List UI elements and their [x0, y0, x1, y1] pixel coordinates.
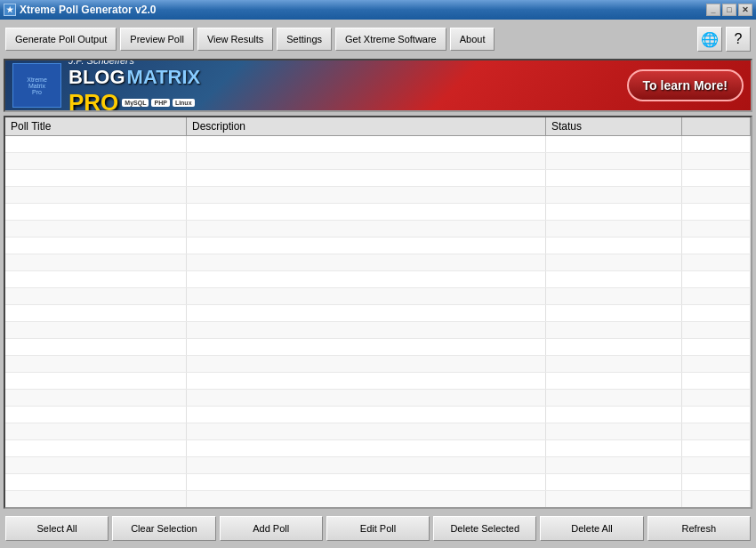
- cell-extra: [682, 221, 751, 237]
- cell-description: [187, 440, 546, 456]
- clear-selection-button[interactable]: Clear Selection: [112, 516, 215, 541]
- cell-extra: [682, 423, 751, 439]
- cell-status: [546, 373, 682, 389]
- table-row[interactable]: [5, 373, 751, 390]
- cell-extra: [682, 322, 751, 338]
- delete-all-button[interactable]: Delete All: [540, 516, 643, 541]
- banner-book-image: Xtreme Matrix Pro: [12, 63, 61, 108]
- cell-extra: [682, 204, 751, 220]
- cell-poll-title: [5, 305, 187, 321]
- about-button[interactable]: About: [450, 28, 495, 51]
- banner-text-area: J.P. Schoeffel's BLOG MATRIX PRO MySQL P…: [68, 59, 620, 112]
- table-row[interactable]: [5, 407, 751, 423]
- select-all-button[interactable]: Select All: [5, 516, 109, 541]
- get-xtreme-software-button[interactable]: Get Xtreme Software: [335, 28, 446, 51]
- table-row[interactable]: [5, 457, 751, 474]
- cell-poll-title: [5, 407, 187, 423]
- table-row[interactable]: [5, 339, 751, 356]
- cell-extra: [682, 153, 751, 169]
- cell-status: [546, 153, 682, 169]
- cell-poll-title: [5, 136, 187, 152]
- table-header: Poll Title Description Status: [5, 117, 751, 136]
- edit-poll-button[interactable]: Edit Poll: [326, 516, 430, 541]
- minimize-button[interactable]: _: [706, 4, 720, 16]
- col-header-description: Description: [187, 117, 546, 135]
- preview-poll-button[interactable]: Preview Poll: [120, 28, 194, 51]
- cell-description: [187, 457, 546, 473]
- table-row[interactable]: [5, 305, 751, 322]
- table-row[interactable]: [5, 491, 751, 507]
- banner[interactable]: Xtreme Matrix Pro J.P. Schoeffel's BLOG …: [4, 59, 752, 112]
- table-row[interactable]: [5, 423, 751, 440]
- globe-button[interactable]: 🌐: [697, 27, 722, 52]
- cell-extra: [682, 136, 751, 152]
- cell-poll-title: [5, 373, 187, 389]
- linux-logo: Linux: [173, 99, 195, 107]
- cell-status: [546, 474, 682, 490]
- table-row[interactable]: [5, 440, 751, 457]
- table-row[interactable]: [5, 153, 751, 170]
- cell-poll-title: [5, 491, 187, 507]
- cell-extra: [682, 356, 751, 372]
- table-row[interactable]: [5, 322, 751, 339]
- cell-extra: [682, 305, 751, 321]
- table-row[interactable]: [5, 356, 751, 373]
- cell-poll-title: [5, 390, 187, 406]
- table-row[interactable]: [5, 238, 751, 254]
- delete-selected-button[interactable]: Delete Selected: [433, 516, 536, 541]
- cell-description: [187, 271, 546, 287]
- cell-description: [187, 356, 546, 372]
- cell-status: [546, 440, 682, 456]
- refresh-button[interactable]: Refresh: [647, 516, 751, 541]
- table-row[interactable]: [5, 136, 751, 153]
- cell-extra: [682, 254, 751, 270]
- maximize-button[interactable]: □: [722, 4, 736, 16]
- generate-poll-output-button[interactable]: Generate Poll Output: [5, 28, 117, 51]
- globe-icon: 🌐: [701, 31, 719, 48]
- main-container: Generate Poll Output Preview Poll View R…: [0, 20, 756, 548]
- banner-logos: MySQL PHP Linux: [122, 99, 194, 107]
- cell-poll-title: [5, 356, 187, 372]
- table-row[interactable]: [5, 187, 751, 204]
- table-row[interactable]: [5, 474, 751, 491]
- cell-extra: [682, 457, 751, 473]
- table-row[interactable]: [5, 254, 751, 271]
- cell-description: [187, 474, 546, 490]
- cell-status: [546, 339, 682, 355]
- cell-poll-title: [5, 339, 187, 355]
- cell-description: [187, 153, 546, 169]
- cell-description: [187, 238, 546, 254]
- title-bar-left: ★ Xtreme Poll Generator v2.0: [4, 4, 156, 16]
- cell-extra: [682, 238, 751, 254]
- cell-poll-title: [5, 423, 187, 439]
- banner-matrix-text: MATRIX: [127, 66, 201, 89]
- cell-description: [187, 221, 546, 237]
- table-row[interactable]: [5, 221, 751, 238]
- title-bar-controls[interactable]: _ □ ✕: [706, 4, 752, 16]
- cell-extra: [682, 170, 751, 186]
- settings-button[interactable]: Settings: [277, 28, 332, 51]
- cell-extra: [682, 271, 751, 287]
- cell-description: [187, 288, 546, 304]
- table-container: Poll Title Description Status: [4, 116, 752, 509]
- cell-status: [546, 423, 682, 439]
- table-row[interactable]: [5, 271, 751, 288]
- table-row[interactable]: [5, 390, 751, 407]
- cell-description: [187, 305, 546, 321]
- banner-inner: Xtreme Matrix Pro J.P. Schoeffel's BLOG …: [5, 60, 751, 110]
- cell-status: [546, 170, 682, 186]
- banner-cta[interactable]: To learn More!: [627, 69, 744, 101]
- cell-status: [546, 457, 682, 473]
- col-header-extra: [682, 117, 751, 135]
- cell-description: [187, 136, 546, 152]
- view-results-button[interactable]: View Results: [197, 28, 273, 51]
- help-button[interactable]: ?: [726, 27, 751, 52]
- table-row[interactable]: [5, 288, 751, 305]
- close-button[interactable]: ✕: [738, 4, 752, 16]
- php-logo: PHP: [151, 99, 169, 107]
- table-row[interactable]: [5, 204, 751, 221]
- add-poll-button[interactable]: Add Poll: [220, 516, 323, 541]
- cell-description: [187, 170, 546, 186]
- col-header-status: Status: [546, 117, 682, 135]
- table-row[interactable]: [5, 170, 751, 187]
